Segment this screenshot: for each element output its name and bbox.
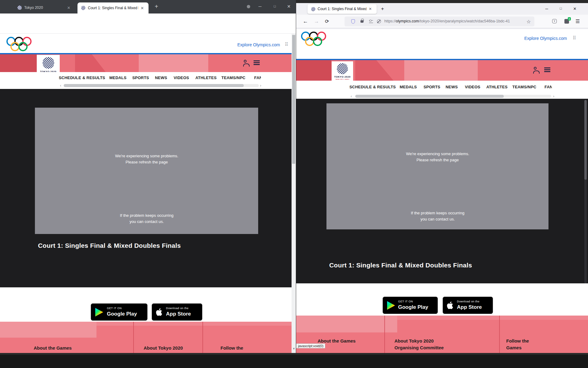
extension-icon[interactable]: 1: [564, 19, 569, 24]
tab-close-icon[interactable]: ✕: [141, 6, 144, 10]
nav-videos[interactable]: VIDEOS: [465, 85, 480, 89]
scrollbar-track[interactable]: [584, 100, 587, 283]
nav-schedule[interactable]: SCHEDULE & RESULTS: [349, 85, 396, 89]
footer-about-games[interactable]: About the Games: [34, 345, 72, 351]
nav-fan[interactable]: FAN: [545, 85, 552, 89]
chrome-toolbar: ← → ⟳ olympics.com/tokyo-2020/en/paralym…: [0, 13, 296, 25]
footer-divider: [384, 316, 385, 353]
firefox-menu-icon[interactable]: ☰: [575, 18, 580, 24]
footer-about-tokyo[interactable]: About Tokyo 2020: [394, 338, 434, 343]
video-error-panel: We're experiencing some problems. Please…: [326, 103, 548, 229]
nav-fan[interactable]: FAN: [254, 75, 261, 80]
nav-scroll-left-icon[interactable]: ‹: [60, 83, 61, 88]
footer-follow[interactable]: Follow the: [221, 345, 243, 351]
footer-about-tokyo-line2[interactable]: Organising Committee: [394, 345, 444, 350]
tokyo2020-favicon: [17, 6, 22, 10]
close-button[interactable]: ✕: [284, 4, 294, 9]
scrollbar-track[interactable]: ▼: [292, 34, 296, 353]
new-tab-button[interactable]: +: [155, 3, 158, 10]
app-store-badge[interactable]: Download on the App Store: [443, 297, 493, 314]
nav-teams[interactable]: TEAMS/NPC: [221, 75, 245, 80]
footer-divider: [499, 316, 500, 353]
nav-scroll-right-icon[interactable]: ›: [260, 83, 261, 88]
nav-athletes[interactable]: ATHLETES: [486, 85, 507, 89]
permissions-icon[interactable]: [369, 20, 373, 23]
tab-close-icon[interactable]: ✕: [369, 7, 372, 11]
nav-scrollbar-thumb[interactable]: [64, 84, 244, 87]
nav-scrollbar-track[interactable]: [64, 84, 259, 87]
nav-news[interactable]: NEWS: [446, 85, 458, 89]
band-shape: [355, 60, 394, 81]
apps-menu-icon[interactable]: ⠿: [285, 42, 288, 47]
nav-news[interactable]: NEWS: [155, 75, 167, 80]
nav-medals[interactable]: MEDALS: [109, 75, 126, 80]
band-shape: [139, 54, 208, 72]
error-text: We're experiencing some problems.: [376, 151, 499, 156]
nav-medals[interactable]: MEDALS: [400, 85, 417, 89]
tokyo2020-favicon: [81, 6, 85, 10]
back-button[interactable]: ←: [303, 18, 308, 25]
footer-shape: [296, 316, 397, 332]
google-play-icon: [387, 301, 395, 310]
badge-big-text: App Store: [457, 304, 482, 310]
nav-schedule[interactable]: SCHEDULE & RESULTS: [59, 75, 105, 80]
chrome-tabstrip: Tokyo 2020 ✕ Court 1: Singles Final & Mi…: [0, 0, 296, 13]
nav-sports[interactable]: SPORTS: [132, 75, 149, 80]
google-play-icon: [95, 308, 103, 316]
nav-videos[interactable]: VIDEOS: [174, 75, 189, 80]
close-button[interactable]: ✕: [570, 6, 579, 11]
tab-court1-active[interactable]: Court 1: Singles Final & Mixed D ✕: [77, 2, 149, 13]
tab-court1-active[interactable]: Court 1: Singles Final & Mixed D ✕: [307, 4, 377, 14]
menu-hamburger-icon[interactable]: [544, 67, 550, 68]
address-bar[interactable]: https://olympics.com/tokyo-2020/en/paral…: [345, 17, 534, 26]
blocked-eye-icon[interactable]: [377, 19, 381, 23]
google-play-badge[interactable]: GET IT ON Google Play: [383, 297, 438, 314]
tab-title: Court 1: Singles Final & Mixed D: [318, 7, 367, 11]
nav-scroll-right-icon[interactable]: ›: [553, 94, 554, 98]
url-host: olympics.com: [396, 19, 419, 23]
footer-follow[interactable]: Follow the: [506, 338, 529, 343]
nav-scrollbar-track[interactable]: [355, 95, 551, 98]
extension-badge: 1: [568, 17, 571, 21]
footer-about-tokyo[interactable]: About Tokyo 2020: [144, 345, 183, 351]
tokyo2020-favicon: [311, 7, 315, 11]
pocket-icon[interactable]: ∨: [552, 19, 557, 23]
nav-teams[interactable]: TEAMS/NPC: [512, 85, 536, 89]
bookmark-star-icon[interactable]: ☆: [526, 19, 531, 25]
minimize-button[interactable]: ─: [255, 4, 265, 9]
logo-title: TOKYO 2020: [332, 75, 353, 78]
footer-follow-line2[interactable]: Games: [506, 345, 522, 350]
profile-dot-icon[interactable]: [247, 5, 250, 8]
app-store-badge[interactable]: Download on the App Store: [152, 303, 202, 321]
scrollbar-thumb[interactable]: [292, 35, 295, 164]
video-zone: We're experiencing some problems. Please…: [0, 89, 292, 287]
new-tab-button[interactable]: +: [381, 6, 384, 12]
tracking-shield-icon[interactable]: [351, 19, 355, 24]
footer-shape: [96, 322, 292, 326]
nav-scrollbar-thumb[interactable]: [355, 95, 504, 98]
account-icon[interactable]: [534, 67, 537, 70]
video-error-panel: We're experiencing some problems. Please…: [35, 108, 258, 234]
scrollbar-thumb[interactable]: [584, 100, 587, 180]
forward-button[interactable]: →: [314, 18, 319, 25]
google-play-badge[interactable]: GET IT ON Google Play: [91, 303, 148, 321]
scrollbar-down-arrow[interactable]: ▼: [292, 347, 295, 350]
footer-shape: [0, 322, 96, 338]
nav-sports[interactable]: SPORTS: [424, 85, 440, 89]
account-icon[interactable]: [244, 60, 247, 63]
minimize-button[interactable]: ─: [542, 6, 551, 11]
nav-athletes[interactable]: ATHLETES: [195, 75, 217, 80]
url-text[interactable]: https://olympics.com/tokyo-2020/en/paral…: [384, 19, 516, 23]
footer-about-games[interactable]: About the Games: [318, 338, 356, 343]
maximize-button[interactable]: □: [270, 4, 280, 8]
explore-olympics-link[interactable]: Explore Olympics.com: [237, 42, 280, 47]
reload-button[interactable]: ⟳: [325, 18, 329, 24]
tab-close-icon[interactable]: ✕: [67, 6, 70, 10]
tab-tokyo-2020[interactable]: Tokyo 2020 ✕: [14, 3, 74, 12]
band-shape: [0, 54, 37, 72]
apps-menu-icon[interactable]: ⠿: [573, 35, 576, 41]
explore-olympics-link[interactable]: Explore Olympics.com: [524, 36, 567, 41]
menu-hamburger-icon[interactable]: [254, 60, 260, 61]
maximize-button[interactable]: □: [556, 6, 565, 10]
nav-scroll-left-icon[interactable]: ‹: [351, 94, 352, 98]
